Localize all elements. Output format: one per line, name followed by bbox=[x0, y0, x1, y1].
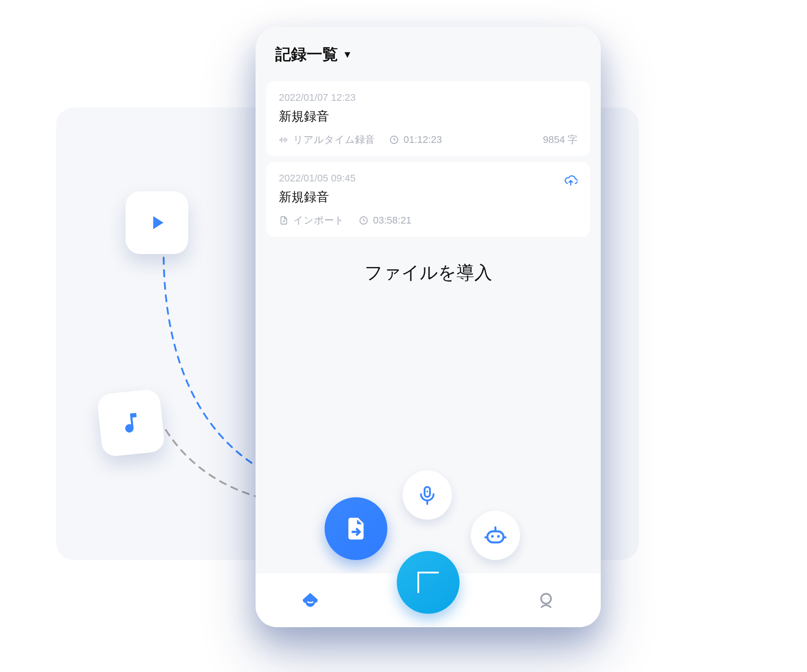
cloud-upload-icon[interactable] bbox=[564, 174, 577, 187]
records-dropdown[interactable]: 記録一覧 ▼ bbox=[256, 27, 601, 76]
play-icon bbox=[146, 211, 168, 234]
recording-duration: 03:58:21 bbox=[373, 215, 412, 226]
record-button[interactable] bbox=[403, 470, 452, 520]
recording-card[interactable]: 2022/01/07 12:23 新規録音 リアルタイム録音 01:12:23 … bbox=[266, 81, 590, 156]
nav-profile[interactable] bbox=[536, 590, 556, 610]
robot-icon bbox=[483, 523, 508, 547]
music-note-icon bbox=[117, 409, 145, 437]
add-fab[interactable] bbox=[397, 551, 460, 614]
svg-point-17 bbox=[541, 594, 551, 603]
file-arrow-icon bbox=[343, 516, 369, 542]
page-title: 記録一覧 bbox=[275, 44, 338, 65]
recording-title: 新規録音 bbox=[279, 108, 577, 125]
recording-chars: 9854 字 bbox=[543, 133, 577, 146]
nav-home[interactable] bbox=[300, 590, 320, 610]
plus-icon bbox=[417, 572, 439, 593]
recording-date: 2022/01/05 09:45 bbox=[279, 172, 356, 184]
recording-source: リアルタイム録音 bbox=[293, 133, 375, 146]
import-file-button[interactable] bbox=[325, 497, 387, 560]
recording-source: インポート bbox=[293, 214, 344, 227]
recording-date: 2022/01/07 12:23 bbox=[279, 92, 577, 103]
recording-meta: リアルタイム録音 01:12:23 9854 字 bbox=[279, 133, 577, 146]
recording-title: 新規録音 bbox=[279, 189, 577, 206]
music-tile[interactable] bbox=[96, 388, 165, 457]
waveform-icon bbox=[279, 135, 289, 145]
file-import-icon bbox=[279, 215, 289, 225]
play-tile[interactable] bbox=[126, 191, 188, 254]
recording-duration: 01:12:23 bbox=[404, 134, 442, 146]
clock-icon bbox=[389, 135, 399, 145]
svg-point-19 bbox=[547, 598, 548, 599]
microphone-icon bbox=[417, 484, 438, 506]
home-icon bbox=[300, 590, 320, 610]
assistant-button[interactable] bbox=[471, 511, 520, 560]
caret-down-icon: ▼ bbox=[343, 49, 352, 60]
svg-point-13 bbox=[491, 535, 494, 538]
svg-point-18 bbox=[543, 598, 544, 599]
svg-point-9 bbox=[426, 491, 428, 492]
recording-meta: インポート 03:58:21 bbox=[279, 214, 577, 227]
recording-card[interactable]: 2022/01/05 09:45 新規録音 インポート 03:58:21 bbox=[266, 162, 590, 237]
profile-icon bbox=[536, 590, 556, 610]
import-section-title: ファイルを導入 bbox=[256, 260, 601, 285]
svg-point-14 bbox=[497, 535, 500, 538]
svg-rect-12 bbox=[487, 531, 503, 543]
fab-stage bbox=[256, 439, 601, 627]
phone-mock: 記録一覧 ▼ 2022/01/07 12:23 新規録音 リアルタイム録音 01… bbox=[256, 27, 601, 627]
clock-icon bbox=[359, 215, 369, 225]
